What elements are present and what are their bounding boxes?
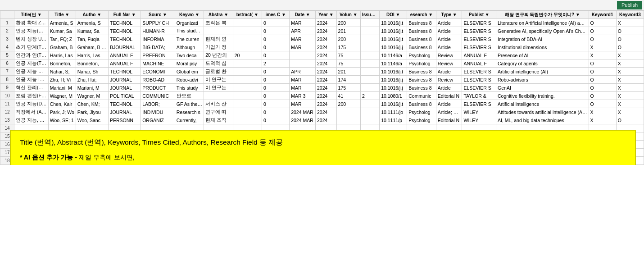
header-timescited[interactable]: imes C ▼ [262,11,290,19]
cell-author: Bonnefon, [76,59,108,68]
row-number: 4 [0,43,14,51]
cell-kw3: O [616,116,644,124]
cell-issue [360,84,379,92]
header-author[interactable]: Autho ▼ [76,11,108,19]
table-row: 3벤처 성장 UnlockingTan, FQ; ZTan, FuqiaTECH… [0,35,644,43]
row-number: 13 [0,116,14,124]
cell-volume: 201 [336,27,360,35]
cell-abstract2 [233,68,262,76]
cell-publish: ANNUAL F [462,59,496,68]
cell-independent: Attitudes towards artificial intelligenc… [496,108,589,116]
cell-fullname: TECHNOL [108,19,141,27]
cell-keyword: Two deca [175,51,204,59]
header-kw3[interactable]: Keyword3 [616,11,644,19]
cell-abstract: 글로벌 환 [204,68,233,76]
cell-abstract2 [233,108,262,116]
cell-date: MAR [290,35,316,43]
cell-type: Article [436,84,462,92]
header-volume[interactable]: Volun ▼ [336,11,360,19]
cell-issue [360,27,379,35]
cell-issue [360,59,379,68]
cell-kw3: X [616,68,644,76]
header-independent[interactable]: 해당 연구의 독립변수가 무엇이니? ▼ [496,11,589,19]
cell-research: Business 8 [407,68,436,76]
cell-fullname: JOURNAL [108,76,141,84]
cell-issue [360,35,379,43]
row-number: 10 [0,92,14,100]
header-fullname[interactable]: Full Nar ▼ [108,11,141,19]
cell-issue [360,19,379,27]
cell-title2: Kumar, Sa [48,27,76,35]
cell-kw3: X [616,59,644,68]
table-row: 10포럼 편집(Forum EdiWagner, MWagner, MPOLIT… [0,92,644,100]
table-row: 13인공 지능, Artificial irWoo, SE; 1Woo, San… [0,116,644,124]
cell-type: Article; Ear [436,108,462,116]
row-number: 7 [0,68,14,76]
cell-title: 벤처 성장 Unlocking [14,35,49,43]
cell-doi: 10.1146/a [380,51,407,59]
cell-independent: Institutional dimensions [496,43,589,51]
row-number: 1 [0,19,14,27]
cell-keyword: Moral psy [175,59,204,68]
cell-kw3: O [616,27,644,35]
cell-abstract2: 20 [233,51,262,59]
cell-doi: 10.1016/j.t [380,100,407,108]
table-row: 4초기 단계(The role oGraham, BGraham, B Grah… [0,43,644,51]
cell-independent: Literature on Artificial Intelligence (A… [496,19,589,27]
table-row: 8인공 지능 ImplementZhu, H; ViZhu, Hui;JOURN… [0,76,644,84]
header-research[interactable]: esearch ▼ [407,11,436,19]
header-abstract[interactable]: Abstra ▼ [204,11,233,19]
cell-year: 2024 [315,59,336,68]
cell-issue [360,116,379,124]
header-type[interactable]: Type ▼ [436,11,462,19]
header-keyword[interactable]: Keywo ▼ [175,11,204,19]
cell-volume [336,108,360,116]
annotation-ai-option-bold: * AI 옵션 추가 가능 [20,154,73,161]
cell-title: 인공 지능(Will artific [14,27,49,35]
cell-doi: 10.1016/j.t [380,68,407,76]
table-row: 12직장에서 (Attitudes tPark, J; WoPark, Jiyo… [0,108,644,116]
cell-kw3: X [616,92,644,100]
cell-type: Editorial N [436,116,462,124]
cell-timescited: 0 [262,76,290,84]
row-num-header [0,11,14,19]
cell-type: Article [436,43,462,51]
cell-type: Review [436,76,462,84]
header-issue[interactable]: Issue ▼ [360,11,379,19]
cell-timescited: 0 [262,27,290,35]
cell-date [290,51,316,59]
header-date[interactable]: Date ▼ [290,11,316,19]
cell-abstract: 기업가 정 [204,43,233,51]
cell-source: ORGANIZ [141,116,175,124]
cell-abstract [204,27,233,35]
header-doi[interactable]: DOI ▼ [380,11,407,19]
cell-kw1: O [589,59,616,68]
header-abstract2[interactable]: bstract( ▼ [233,11,262,19]
cell-kw1: O [589,27,616,35]
cell-abstract: 연구에 따 [204,108,233,116]
header-source[interactable]: Sourc ▼ [141,11,175,19]
cell-title2: Park, J; Wo [48,108,76,116]
cell-date: APR [290,68,316,76]
cell-timescited: 0 [262,43,290,51]
cell-kw1: O [589,100,616,108]
cell-author: Mariani, M [76,84,108,92]
cell-research: Psycholog [407,116,436,124]
cell-publish: ANNUAL F [462,51,496,59]
cell-volume: 175 [336,43,360,51]
header-title2[interactable]: Title ▼ [48,11,76,19]
header-year[interactable]: Year ▼ [315,11,336,19]
header-kw1[interactable]: Keyword1 [589,11,616,19]
cell-kw1: O [589,84,616,92]
cell-author: Park, Jiyou [76,108,108,116]
cell-keyword: Robo-advi [175,76,204,84]
publish-button[interactable]: Publish [617,1,642,9]
cell-keyword: 안으로 [175,92,204,100]
header-title[interactable]: Title(번 ▼ [14,11,49,19]
cell-timescited: 0 [262,51,290,59]
cell-title2: Chen, Kair [48,100,76,108]
cell-source: ROBO-AD [141,76,175,84]
cell-research: Business 8 [407,43,436,51]
header-publish[interactable]: Publist ▼ [462,11,496,19]
cell-research: Business 8 [407,76,436,84]
